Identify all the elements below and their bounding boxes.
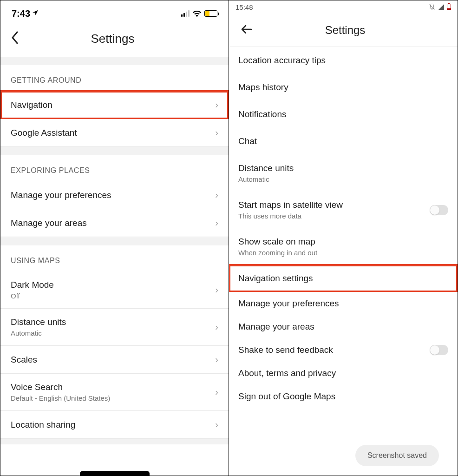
row-chat[interactable]: Chat	[229, 128, 458, 155]
row-scales[interactable]: Scales ›	[0, 346, 229, 374]
row-notifications[interactable]: Notifications	[229, 101, 458, 128]
row-shake-feedback[interactable]: Shake to send feedback	[229, 338, 458, 362]
row-satellite-view[interactable]: Start maps in satellite view This uses m…	[229, 192, 458, 228]
row-label: Start maps in satellite view	[238, 200, 430, 210]
row-label: Chat	[238, 136, 448, 146]
page-title: Settings	[5, 32, 220, 46]
section-header-using-maps: USING MAPS	[0, 245, 229, 271]
cellular-signal-icon	[438, 4, 444, 10]
row-show-scale[interactable]: Show scale on map When zooming in and ou…	[229, 228, 458, 265]
row-label: Manage your preferences	[11, 190, 215, 200]
toast-message: Screenshot saved	[355, 445, 439, 466]
row-label: Manage your areas	[11, 218, 215, 228]
chevron-right-icon: ›	[215, 387, 218, 397]
battery-icon	[204, 10, 217, 17]
battery-low-icon	[447, 4, 451, 10]
row-label: Maps history	[238, 82, 448, 93]
row-label: Sign out of Google Maps	[238, 391, 448, 402]
row-label: Distance units	[11, 317, 215, 327]
page-header: Settings	[229, 13, 458, 47]
row-label: Voice Search	[11, 382, 215, 392]
section-header-getting-around: GETTING AROUND	[0, 65, 229, 91]
chevron-right-icon: ›	[215, 99, 218, 110]
settings-list: GETTING AROUND Navigation › Google Assis…	[0, 57, 229, 476]
row-distance-units[interactable]: Distance units Automatic	[229, 155, 458, 192]
row-sub: Off	[11, 292, 215, 300]
row-about[interactable]: About, terms and privacy	[229, 362, 458, 385]
notifications-off-icon	[428, 3, 436, 11]
row-dark-mode[interactable]: Dark Mode Off ›	[0, 271, 229, 309]
row-label: Manage your areas	[238, 322, 448, 332]
chevron-right-icon: ›	[215, 190, 218, 200]
row-maps-history[interactable]: Maps history	[229, 74, 458, 101]
row-label: Dark Mode	[11, 280, 215, 290]
row-label: Manage your preferences	[238, 298, 448, 309]
toggle-satellite-view[interactable]	[430, 205, 448, 215]
status-time-text: 7:43	[12, 8, 30, 19]
row-label: Google Assistant	[11, 128, 215, 138]
row-label: Distance units	[238, 163, 448, 173]
row-label: Show scale on map	[238, 237, 448, 247]
chevron-right-icon: ›	[215, 284, 218, 295]
row-manage-areas[interactable]: Manage your areas ›	[0, 209, 229, 237]
phone-ios: 7:43 Settings GETT	[0, 0, 229, 476]
status-bar: 7:43	[0, 0, 229, 24]
row-label: About, terms and privacy	[238, 368, 448, 378]
row-label: Shake to send feedback	[238, 345, 430, 355]
row-navigation[interactable]: Navigation ›	[0, 91, 229, 119]
section-header-exploring-places: EXPLORING PLACES	[0, 155, 229, 181]
home-indicator[interactable]	[80, 471, 150, 476]
row-manage-preferences[interactable]: Manage your preferences ›	[0, 181, 229, 209]
row-label: Location sharing	[11, 420, 215, 430]
row-label: Navigation settings	[238, 273, 448, 284]
row-label: Notifications	[238, 109, 448, 119]
chevron-right-icon: ›	[215, 218, 218, 228]
row-google-assistant[interactable]: Google Assistant ›	[0, 119, 229, 147]
page-title: Settings	[241, 24, 449, 37]
row-sub: Automatic	[11, 329, 215, 337]
status-right	[181, 10, 217, 17]
location-arrow-icon	[32, 9, 39, 18]
settings-list: Location accuracy tips Maps history Noti…	[229, 47, 458, 476]
toggle-shake-feedback[interactable]	[430, 345, 448, 355]
status-time: 7:43	[12, 8, 39, 19]
row-location-accuracy[interactable]: Location accuracy tips	[229, 47, 458, 74]
row-navigation-settings[interactable]: Navigation settings	[229, 265, 458, 292]
row-voice-search[interactable]: Voice Search Default - English (United S…	[0, 374, 229, 411]
chevron-right-icon: ›	[215, 419, 218, 430]
row-sub: When zooming in and out	[238, 249, 448, 257]
wifi-icon	[192, 10, 202, 17]
chevron-right-icon: ›	[215, 354, 218, 365]
phone-android: 15:48 Settings Location accuracy tips Ma…	[229, 0, 458, 476]
row-label: Location accuracy tips	[238, 55, 448, 66]
chevron-right-icon: ›	[215, 322, 218, 332]
row-label: Navigation	[11, 100, 215, 110]
row-manage-preferences[interactable]: Manage your preferences	[229, 292, 458, 315]
chevron-right-icon: ›	[215, 127, 218, 138]
row-label: Scales	[11, 355, 215, 365]
status-time: 15:48	[236, 3, 253, 11]
page-header: Settings	[0, 24, 229, 57]
row-sub: Automatic	[238, 175, 448, 183]
row-sub: Default - English (United States)	[11, 394, 215, 402]
cellular-signal-icon	[181, 10, 190, 17]
row-sub: This uses more data	[238, 212, 430, 220]
toast-text: Screenshot saved	[367, 451, 427, 459]
status-bar: 15:48	[229, 0, 458, 13]
row-sign-out[interactable]: Sign out of Google Maps	[229, 385, 458, 408]
row-manage-areas[interactable]: Manage your areas	[229, 315, 458, 338]
row-distance-units[interactable]: Distance units Automatic ›	[0, 309, 229, 346]
row-location-sharing[interactable]: Location sharing ›	[0, 411, 229, 439]
